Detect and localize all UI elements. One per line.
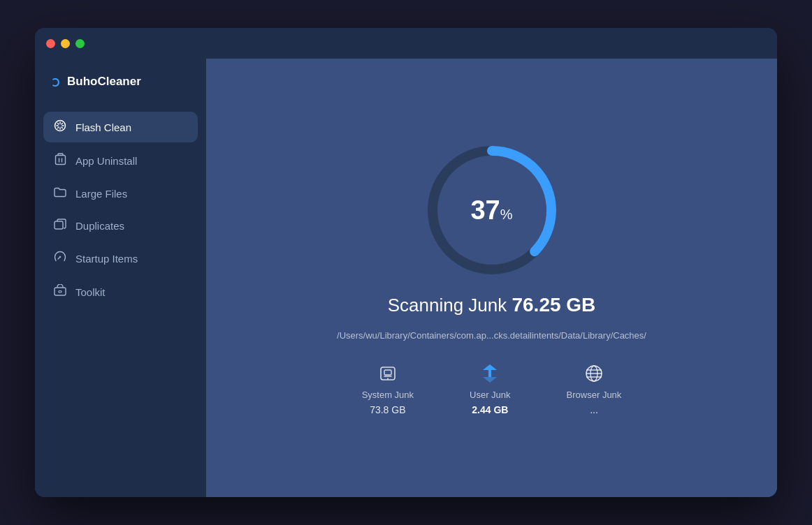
svg-rect-11: [488, 370, 491, 377]
sidebar: ↄ BuhoCleaner Flash Clean: [35, 59, 206, 497]
large-files-label: Large Files: [75, 188, 127, 200]
browser-junk-label: Browser Junk: [567, 390, 622, 400]
stat-system-junk: System Junk 73.8 GB: [362, 362, 414, 415]
scanning-size: 76.25 GB: [512, 294, 595, 316]
system-junk-icon: [378, 362, 398, 385]
svg-rect-5: [59, 291, 61, 293]
progress-number: 37: [470, 195, 500, 225]
sidebar-item-startup-items[interactable]: Startup Items: [43, 243, 198, 274]
maximize-button[interactable]: [75, 39, 85, 48]
progress-center: 37%: [470, 197, 512, 223]
user-junk-value: 2.44 GB: [472, 404, 508, 415]
app-uninstall-label: App Uninstall: [75, 155, 137, 167]
progress-value: 37%: [470, 195, 512, 225]
flash-clean-label: Flash Clean: [75, 121, 131, 133]
progress-ring-container: 37%: [422, 140, 562, 280]
user-junk-label: User Junk: [470, 390, 511, 400]
flash-clean-icon: [53, 119, 67, 135]
nav-menu: Flash Clean App Uninstall: [35, 112, 206, 307]
sidebar-item-large-files[interactable]: Large Files: [43, 179, 198, 208]
svg-rect-1: [55, 156, 65, 165]
duplicates-icon: [53, 219, 67, 232]
system-junk-label: System Junk: [362, 390, 414, 400]
svg-rect-2: [55, 221, 63, 229]
sidebar-item-toolkit[interactable]: Toolkit: [43, 276, 198, 307]
stat-browser-junk: Browser Junk ...: [567, 362, 622, 415]
stat-user-junk: User Junk 2.44 GB: [470, 362, 511, 415]
startup-items-label: Startup Items: [75, 253, 138, 265]
toolkit-icon: [53, 284, 67, 300]
system-junk-value: 73.8 GB: [370, 404, 405, 415]
sidebar-item-app-uninstall[interactable]: App Uninstall: [43, 145, 198, 176]
browser-junk-icon: [584, 362, 604, 385]
scanning-title: Scanning Junk 76.25 GB: [388, 294, 596, 316]
scanning-path: /Users/wu/Library/Containers/com.ap...ck…: [337, 330, 646, 341]
svg-rect-8: [381, 367, 395, 380]
stats-row: System Junk 73.8 GB User Junk 2.44 GB: [362, 362, 622, 415]
titlebar: [35, 28, 777, 59]
app-window: ↄ BuhoCleaner Flash Clean: [35, 28, 777, 497]
traffic-lights: [46, 39, 85, 48]
toolkit-label: Toolkit: [75, 286, 106, 298]
main-content: 37% Scanning Junk 76.25 GB /Users/wu/Lib…: [206, 59, 777, 497]
progress-sign: %: [500, 207, 513, 222]
svg-point-10: [387, 378, 389, 380]
logo-icon: ↄ: [52, 73, 60, 91]
main-layout: ↄ BuhoCleaner Flash Clean: [35, 59, 777, 497]
logo-text: BuhoCleaner: [67, 75, 141, 89]
startup-items-icon: [53, 251, 67, 266]
app-logo: ↄ BuhoCleaner: [35, 73, 206, 112]
large-files-icon: [53, 186, 67, 200]
svg-rect-4: [55, 288, 66, 295]
minimize-button[interactable]: [61, 39, 70, 48]
scanning-label: Scanning Junk: [388, 295, 512, 316]
close-button[interactable]: [46, 39, 55, 48]
user-junk-icon: [481, 362, 498, 385]
svg-point-3: [59, 256, 61, 258]
sidebar-item-duplicates[interactable]: Duplicates: [43, 211, 198, 240]
duplicates-label: Duplicates: [75, 220, 124, 232]
svg-rect-9: [384, 370, 391, 375]
sidebar-item-flash-clean[interactable]: Flash Clean: [43, 112, 198, 142]
browser-junk-value: ...: [590, 404, 598, 415]
app-uninstall-icon: [53, 153, 67, 168]
